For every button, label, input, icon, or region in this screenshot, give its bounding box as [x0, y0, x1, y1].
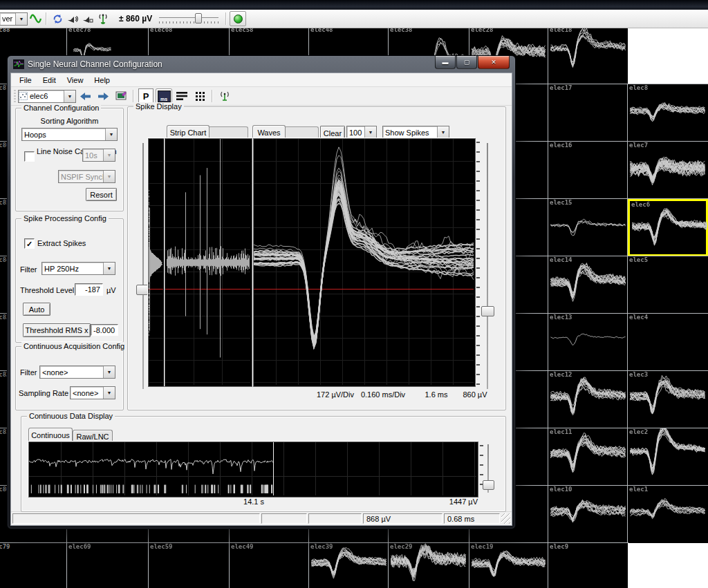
toolbar-separator — [225, 12, 227, 25]
electrode-cell-elec29[interactable]: elec29 — [389, 543, 469, 588]
electrode-cell-elec16[interactable]: elec16 — [548, 142, 628, 199]
channel-select-combo[interactable]: elec6 ▼ — [18, 90, 76, 103]
run-led-button[interactable] — [230, 11, 246, 26]
display-properties-icon[interactable] — [113, 88, 129, 104]
chevron-down-icon[interactable]: ▼ — [15, 13, 27, 25]
audio-monitor-icon[interactable] — [65, 11, 80, 26]
electrode-label: elec8 — [629, 84, 648, 91]
chevron-down-icon[interactable]: ▼ — [64, 91, 75, 102]
continuous-plot-canvas[interactable] — [29, 442, 476, 495]
uv-per-div-label: 172 µV/Div — [308, 390, 363, 399]
led-icon — [234, 15, 243, 23]
electrode-cell-elec9[interactable]: elec9 — [548, 543, 628, 588]
electrode-label: elec13 — [550, 314, 572, 321]
chevron-down-icon[interactable]: ▼ — [364, 126, 376, 138]
resort-button[interactable]: Resort — [86, 188, 117, 201]
electrode-cell-elec13[interactable]: elec13 — [548, 314, 628, 371]
strip-chart-tab[interactable]: Strip Chart — [167, 125, 209, 140]
extract-spikes-checkbox[interactable]: ✓ — [24, 238, 35, 249]
resize-grip[interactable] — [501, 513, 510, 524]
threshold-level-input[interactable]: -187 — [75, 283, 103, 296]
chevron-down-icon[interactable]: ▼ — [103, 263, 115, 274]
electrode-cell-elec5[interactable]: elec5 — [628, 256, 708, 314]
chevron-down-icon[interactable]: ▼ — [437, 126, 449, 138]
strip-chart-canvas[interactable] — [165, 139, 250, 385]
electrode-cell-elec3[interactable]: elec3 — [628, 371, 708, 428]
electrode-cell-elec69[interactable]: elec69 — [67, 543, 149, 588]
electrode-label: elec5 — [629, 256, 648, 263]
grid-view-icon[interactable] — [192, 88, 208, 104]
menu-view[interactable]: View — [62, 75, 89, 86]
strip-chart-panel[interactable] — [165, 138, 252, 387]
electrode-waveform-canvas — [548, 486, 628, 543]
electrode-cell-elec49[interactable]: elec49 — [230, 543, 309, 588]
scale-slider-track[interactable] — [487, 143, 488, 389]
electrode-cell-elec11[interactable]: elec11 — [548, 428, 628, 486]
menu-edit[interactable]: Edit — [37, 75, 62, 86]
threshold-slider-track[interactable] — [142, 143, 144, 389]
refresh-icon[interactable] — [50, 11, 65, 26]
electrode-label: elec49 — [231, 543, 254, 550]
chevron-down-icon[interactable]: ▼ — [103, 387, 115, 399]
electrode-cell-elec4[interactable]: elec4 — [628, 314, 708, 371]
electrode-cell-elec2[interactable]: elec2 — [628, 428, 708, 486]
electrode-cell-elec59[interactable]: elec59 — [149, 543, 230, 588]
line-noise-checkbox[interactable] — [24, 151, 35, 162]
app-channel-combo[interactable]: ver ▼ — [0, 12, 28, 26]
chevron-down-icon[interactable]: ▼ — [103, 366, 115, 378]
electrode-cell-elec17[interactable]: elec17 — [548, 84, 628, 142]
chevron-down-icon[interactable]: ▼ — [105, 129, 117, 140]
threshold-rms-input[interactable]: -8.000 — [91, 324, 118, 336]
threshold-rms-button[interactable]: Threshhold RMS x — [23, 323, 91, 337]
antenna-icon[interactable] — [95, 11, 111, 26]
sine-wave-icon[interactable] — [28, 11, 43, 26]
auto-button[interactable]: Auto — [23, 303, 50, 316]
electrode-cell-elec15[interactable]: elec15 — [548, 199, 628, 256]
next-channel-arrow-icon[interactable] — [95, 88, 111, 104]
prev-channel-arrow-icon[interactable] — [77, 88, 93, 104]
cont-slider-thumb[interactable] — [483, 480, 494, 490]
spike-count-combo[interactable]: 100 ▼ — [346, 126, 377, 139]
sorting-algorithm-combo[interactable]: Hoops ▼ — [21, 128, 118, 141]
voltage-range-slider[interactable] — [159, 12, 218, 25]
cont-range-label: 1447 µV — [429, 497, 478, 506]
electrode-cell-elec39[interactable]: elec39 — [309, 543, 389, 588]
waves-tab[interactable]: Waves — [252, 125, 286, 140]
continuous-tab[interactable]: Continuous — [28, 428, 73, 442]
electrode-cell-elec19[interactable]: elec19 — [469, 543, 548, 588]
p-button[interactable]: P — [138, 88, 153, 104]
electrode-waveform-canvas — [628, 371, 708, 428]
line-noise-period-combo: 10s ▼ — [82, 149, 115, 162]
raw-lnc-tab[interactable]: Raw/LNC — [73, 430, 113, 442]
maximize-button[interactable]: ▢ — [456, 56, 477, 69]
spike-processing-group: Spike Processing Config ✓ Extract Spikes… — [15, 218, 124, 343]
electrode-cell-elec7[interactable]: elec7 — [628, 142, 708, 199]
waves-canvas[interactable] — [254, 139, 474, 385]
broadcast-antenna-icon[interactable] — [216, 88, 233, 104]
electrode-cell-elec6[interactable]: elec6 — [628, 199, 708, 256]
minimize-button[interactable]: ▬ — [435, 56, 456, 69]
electrode-waveform-canvas — [628, 84, 708, 142]
electrode-cell-elec12[interactable]: elec12 — [548, 371, 628, 428]
continuous-plot-panel[interactable] — [28, 442, 478, 497]
scale-slider-thumb[interactable] — [481, 306, 494, 316]
electrode-cell-elec14[interactable]: elec14 — [548, 256, 628, 314]
electrode-cell-elec8[interactable]: elec8 — [628, 84, 708, 142]
electrode-cell-elec1[interactable]: elec1 — [628, 486, 708, 543]
cont-filter-combo[interactable]: <none> ▼ — [39, 366, 115, 379]
audio-monitor-mute-icon[interactable] — [80, 11, 95, 26]
show-spikes-combo[interactable]: Show Spikes ▼ — [382, 126, 449, 139]
group-title: Spike Processing Config — [21, 214, 109, 222]
menu-file[interactable]: File — [14, 75, 37, 86]
waves-panel[interactable] — [253, 138, 476, 387]
electrode-cell-elec79[interactable]: elec79 — [0, 543, 67, 588]
electrode-cell-elec18[interactable]: elec18 — [548, 26, 628, 84]
electrode-cell-elec10[interactable]: elec10 — [548, 486, 628, 543]
menu-help[interactable]: Help — [88, 75, 115, 86]
spike-filter-combo[interactable]: HP 250Hz ▼ — [41, 262, 115, 275]
sampling-rate-combo[interactable]: <none> ▼ — [70, 386, 115, 399]
close-button[interactable]: ✕ — [478, 56, 510, 69]
cont-filter-label: Filter — [20, 368, 37, 377]
threshold-unit-label: µV — [106, 286, 116, 294]
slider-thumb[interactable] — [195, 13, 202, 23]
